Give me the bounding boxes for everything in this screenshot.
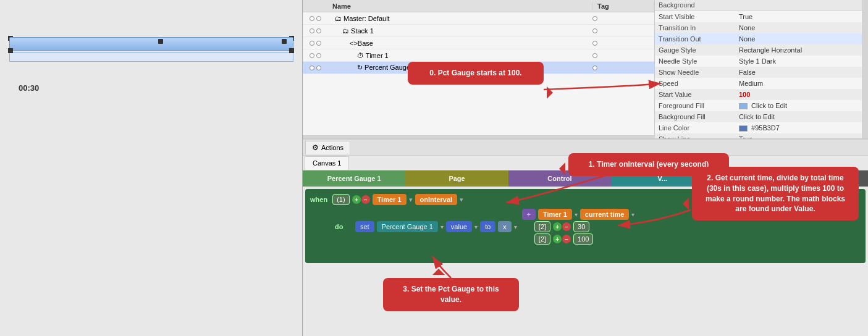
- layer-name: 🗂 Stack 1: [327, 27, 592, 35]
- callout-2: 2. Get current time, divide by total tim…: [692, 167, 859, 220]
- prop-value: None: [735, 22, 862, 33]
- layer-tag: [592, 40, 654, 47]
- prop-row[interactable]: Start Visible True: [655, 11, 862, 22]
- canvas-tab[interactable]: Canvas 1: [305, 156, 349, 170]
- prop-value: True: [735, 11, 862, 22]
- prop-row[interactable]: Line Color #95B3D7: [655, 122, 862, 133]
- minus-btn-2b[interactable]: −: [562, 235, 571, 243]
- row-dots: [303, 28, 327, 33]
- canvas-tab-label: Canvas 1: [313, 159, 341, 167]
- prop-value: Medium: [735, 78, 862, 89]
- pm-2b: + −: [553, 235, 571, 243]
- layer-row[interactable]: <>Base: [303, 37, 654, 49]
- layer-row[interactable]: ⏱ Timer 1: [303, 49, 654, 62]
- x-block[interactable]: x: [498, 221, 512, 232]
- layer-tag: [592, 27, 654, 35]
- do-label: do: [335, 223, 350, 230]
- layer-name: 🗂 Master: Default: [327, 15, 592, 22]
- handle-br[interactable]: [289, 48, 294, 53]
- dot-sep4: ▾: [474, 224, 478, 230]
- vis-dot: [310, 53, 314, 58]
- tag-dot: [592, 16, 597, 21]
- value-block[interactable]: value: [446, 221, 472, 232]
- prop-row[interactable]: Foreground Fill Click to Edit: [655, 100, 862, 111]
- minus-btn[interactable]: −: [361, 195, 370, 204]
- prop-name: Speed: [655, 78, 735, 89]
- layer-row[interactable]: 🗂 Stack 1: [303, 25, 654, 37]
- second-bar: [9, 52, 293, 62]
- prop-value: Rectangle Horizontal: [735, 44, 862, 56]
- prop-name: Foreground Fill: [655, 100, 735, 111]
- timeline-bar: [9, 37, 293, 51]
- properties-table: Start Visible True Transition In None Tr…: [655, 11, 862, 145]
- actions-tab-icon: ⚙: [312, 143, 319, 152]
- handle-bl[interactable]: [8, 48, 13, 53]
- lock-dot: [316, 65, 321, 70]
- col-name: Name: [327, 2, 592, 10]
- tag-dot: [592, 65, 597, 70]
- dot-separator2: ▾: [460, 196, 463, 204]
- current-time-block[interactable]: current time: [580, 209, 630, 220]
- tag-dot: [592, 41, 597, 46]
- row-dots: [303, 53, 327, 58]
- prop-name: Gauge Style: [655, 44, 735, 56]
- right-properties-panel: Background Start Visible True Transition…: [655, 0, 862, 136]
- prop-value: False: [735, 67, 862, 78]
- vis-dot: [310, 41, 314, 46]
- on-interval-block[interactable]: onInterval: [415, 194, 458, 205]
- layer-header: Name Tag: [303, 0, 654, 12]
- gauge-block[interactable]: Percent Gauge 1: [377, 221, 438, 232]
- layer-name: <>Base: [327, 40, 592, 47]
- plus-btn[interactable]: +: [352, 195, 361, 204]
- minus-btn-2a[interactable]: −: [562, 222, 571, 231]
- prop-row[interactable]: Transition In None: [655, 22, 862, 33]
- set-label: set: [355, 221, 374, 232]
- prop-row[interactable]: Needle Style Style 1 Dark: [655, 56, 862, 67]
- prop-value: Click to Edit: [735, 111, 862, 122]
- background-label: Background: [659, 1, 695, 9]
- layer-row[interactable]: 🗂 Master: Default: [303, 12, 654, 25]
- plus-btn-2a[interactable]: +: [553, 222, 562, 231]
- timer-block[interactable]: Timer 1: [373, 194, 407, 205]
- plus-btn-2b[interactable]: +: [553, 235, 562, 243]
- prop-row[interactable]: Gauge Style Rectangle Horizontal: [655, 44, 862, 56]
- when-number: (1): [332, 194, 349, 205]
- actions-tab[interactable]: ⚙ Actions: [305, 141, 350, 154]
- prop-name: Background Fill: [655, 111, 735, 122]
- prop-row[interactable]: Background Fill Click to Edit: [655, 111, 862, 122]
- gauge-icon: ↻: [357, 64, 364, 71]
- prop-row[interactable]: Transition Out None: [655, 33, 862, 44]
- layer-name: ⏱ Timer 1: [327, 52, 592, 59]
- pm-2a: + −: [553, 222, 571, 231]
- tag-dot: [592, 53, 597, 58]
- prop-value: #95B3D7: [735, 122, 862, 133]
- tab-label: Control: [547, 175, 571, 182]
- timer-icon: ⏱: [357, 52, 366, 59]
- vis-dot: [310, 28, 314, 33]
- timer-block-2[interactable]: Timer 1: [538, 209, 572, 220]
- vis-dot: [310, 16, 314, 21]
- prop-name: Needle Style: [655, 56, 735, 67]
- actions-tab-label: Actions: [321, 144, 343, 151]
- tag-dot: [592, 28, 597, 33]
- layer-tag: [592, 15, 654, 22]
- bracket-2b: [2]: [534, 233, 550, 245]
- prop-row[interactable]: Speed Medium: [655, 78, 862, 89]
- to-label: to: [480, 221, 495, 232]
- tab-percent-gauge[interactable]: Percent Gauge 1: [303, 170, 405, 187]
- tab-label: V...: [658, 175, 668, 182]
- col-tag: Tag: [592, 2, 654, 10]
- divide-block[interactable]: ÷: [522, 209, 536, 220]
- num-30[interactable]: 30: [573, 221, 589, 232]
- plus-minus-when: + −: [352, 195, 370, 204]
- prop-name: Line Color: [655, 122, 735, 133]
- num-100[interactable]: 100: [573, 233, 593, 245]
- prop-value: Style 1 Dark: [735, 56, 862, 67]
- prop-name: Show Needle: [655, 67, 735, 78]
- tab-page[interactable]: Page: [405, 170, 508, 187]
- prop-name: Transition In: [655, 22, 735, 33]
- prop-row[interactable]: Start Value 100: [655, 89, 862, 100]
- prop-row[interactable]: Show Needle False: [655, 67, 862, 78]
- callout-1-text: 1. Timer onInterval (every second): [589, 160, 709, 169]
- stack-icon: 🗂: [342, 27, 351, 35]
